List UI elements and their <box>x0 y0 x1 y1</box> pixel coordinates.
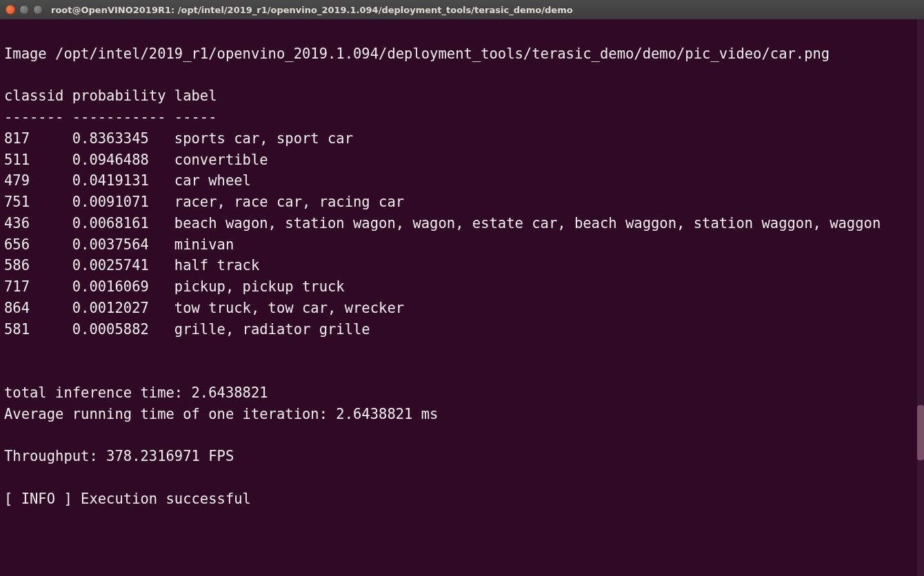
terminal-line: Average running time of one iteration: 2… <box>4 406 438 422</box>
terminal-output[interactable]: Image /opt/intel/2019_r1/openvino_2019.1… <box>0 19 924 576</box>
terminal-line: Throughput: 378.2316971 FPS <box>4 448 234 464</box>
terminal-table-header: classid probability label <box>4 88 217 104</box>
terminal-table-row: 581 0.0005882 grille, radiator grille <box>4 321 370 338</box>
terminal-line: Image /opt/intel/2019_r1/openvino_2019.1… <box>4 45 830 62</box>
terminal-table-divider: ------- ----------- ----- <box>4 109 217 125</box>
minimize-icon[interactable] <box>19 5 29 14</box>
terminal-table-row: 864 0.0012027 tow truck, tow car, wrecke… <box>4 300 404 316</box>
terminal-table-row: 751 0.0091071 racer, race car, racing ca… <box>4 194 404 210</box>
terminal-table-row: 817 0.8363345 sports car, sport car <box>4 130 353 147</box>
terminal-table-row: 436 0.0068161 beach wagon, station wagon… <box>4 215 881 232</box>
maximize-icon[interactable] <box>33 5 43 14</box>
terminal-table-row: 586 0.0025741 half track <box>4 257 259 274</box>
close-icon[interactable] <box>6 5 15 14</box>
scrollbar-thumb[interactable] <box>917 405 924 460</box>
scrollbar-track[interactable] <box>917 19 924 576</box>
terminal-table-row: 717 0.0016069 pickup, pickup truck <box>4 278 345 295</box>
window-title: root@OpenVINO2019R1: /opt/intel/2019_r1/… <box>51 5 573 15</box>
terminal-table-row: 656 0.0037564 minivan <box>4 236 234 253</box>
terminal-table-row: 511 0.0946488 convertible <box>4 152 268 168</box>
terminal-line: total inference time: 2.6438821 <box>4 384 268 401</box>
window-titlebar: root@OpenVINO2019R1: /opt/intel/2019_r1/… <box>0 0 924 19</box>
terminal-table-row: 479 0.0419131 car wheel <box>4 172 251 189</box>
terminal-line: [ INFO ] Execution successful <box>4 491 251 507</box>
